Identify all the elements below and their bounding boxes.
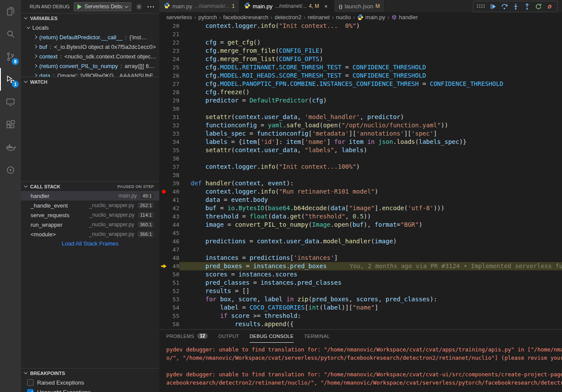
step-out-button[interactable] bbox=[522, 1, 532, 12]
disconnect-button[interactable] bbox=[545, 1, 555, 12]
code-line[interactable]: 30 bbox=[159, 105, 562, 113]
code-line[interactable]: 55 if score >= threshold: bbox=[159, 312, 562, 320]
gutter-glyph[interactable] bbox=[159, 30, 168, 38]
code-line[interactable]: 27 cfg.MODEL.PANOPTIC_FPN.COMBINE.INSTAN… bbox=[159, 80, 562, 88]
watch-section-header[interactable]: WATCH bbox=[21, 77, 159, 86]
code-line-text[interactable]: cfg.MODEL.RETINANET.SCORE_THRESH_TEST = … bbox=[179, 63, 562, 72]
code-line-text[interactable]: threshold = float(data.get("threshold", … bbox=[179, 212, 562, 221]
stack-frame-row[interactable]: _handle_event_nuclio_wrapper.py262:1 bbox=[21, 201, 159, 210]
breadcrumb-item[interactable]: nuclio bbox=[336, 14, 351, 20]
debug-config-dropdown[interactable]: Serverless Debu bbox=[74, 2, 131, 11]
code-line-text[interactable]: label = COCO_CATEGORIES[int(label)]["nam… bbox=[179, 303, 562, 312]
code-line[interactable]: 35 setattr(context.user_data, "labels", … bbox=[159, 146, 562, 154]
code-line[interactable]: 43 threshold = float(data.get("threshold… bbox=[159, 212, 562, 221]
gutter-glyph[interactable] bbox=[159, 179, 168, 187]
docker-icon[interactable] bbox=[0, 136, 21, 159]
gutter-glyph[interactable] bbox=[159, 154, 168, 163]
panel-tab-problems[interactable]: PROBLEMS12 bbox=[166, 330, 208, 343]
code-line[interactable]: 45 bbox=[159, 229, 562, 237]
code-line-text[interactable]: context.logger.info("Init context... 0%"… bbox=[179, 22, 562, 30]
breakpoints-section-header[interactable]: BREAKPOINTS bbox=[21, 368, 159, 378]
search-icon[interactable] bbox=[0, 23, 21, 45]
code-line-text[interactable]: cfg.freeze() bbox=[179, 88, 562, 96]
gutter-glyph[interactable] bbox=[159, 88, 168, 96]
breakpoint-icon[interactable] bbox=[159, 187, 168, 196]
code-line-text[interactable]: context.logger.info("Init context...100%… bbox=[179, 163, 562, 171]
code-line[interactable]: 33 labels_spec = functionconfig['metadat… bbox=[159, 130, 562, 138]
gutter-glyph[interactable] bbox=[159, 279, 168, 287]
stack-frame-row[interactable]: <module>_nuclio_wrapper.py366:1 bbox=[21, 229, 159, 239]
code-line-text[interactable]: results.append({ bbox=[179, 320, 562, 328]
code-line[interactable]: 52 results = [] bbox=[159, 287, 562, 295]
code-line[interactable]: 39def handler(context, event): bbox=[159, 179, 562, 187]
breadcrumb-item[interactable]: facebookresearch bbox=[223, 14, 268, 20]
breadcrumb-item[interactable]: handler bbox=[391, 14, 418, 20]
code-line-text[interactable] bbox=[179, 245, 562, 254]
source-control-icon[interactable]: 8 bbox=[0, 45, 21, 68]
code-line[interactable]: 36 bbox=[159, 154, 562, 163]
step-over-button[interactable] bbox=[499, 1, 510, 12]
code-line-text[interactable] bbox=[179, 229, 562, 237]
gutter-glyph[interactable] bbox=[159, 146, 168, 154]
code-line-text[interactable]: labels = {item['id']: item['name'] for i… bbox=[179, 138, 562, 146]
stack-frame-row[interactable]: handlermain.py49:1 bbox=[21, 191, 159, 201]
gutter-glyph[interactable] bbox=[159, 63, 168, 72]
gutter-glyph[interactable] bbox=[159, 80, 168, 88]
current-line-arrow-icon[interactable] bbox=[159, 262, 168, 270]
code-line-text[interactable]: labels_spec = functionconfig['metadata']… bbox=[179, 130, 562, 138]
gutter-glyph[interactable] bbox=[159, 171, 168, 179]
gutter-glyph[interactable] bbox=[159, 295, 168, 303]
gutter-glyph[interactable] bbox=[159, 105, 168, 113]
more-actions-icon[interactable] bbox=[146, 2, 155, 11]
code-line[interactable]: 54 label = COCO_CATEGORIES[int(label)]["… bbox=[159, 303, 562, 312]
code-line-text[interactable]: cfg.merge_from_file(CONFIG_FILE) bbox=[179, 47, 562, 55]
gutter-glyph[interactable] bbox=[159, 237, 168, 245]
gutter-glyph[interactable] bbox=[159, 229, 168, 237]
code-line[interactable]: 41 data = event.body bbox=[159, 196, 562, 204]
code-line-text[interactable]: predictions = context.user_data.model_ha… bbox=[179, 237, 562, 245]
close-icon[interactable]: × bbox=[322, 3, 329, 10]
code-line[interactable]: 46 predictions = context.user_data.model… bbox=[159, 237, 562, 245]
explorer-icon[interactable] bbox=[0, 0, 21, 23]
code-line-text[interactable]: results = [] bbox=[179, 287, 562, 295]
stack-frame-row[interactable]: serve_requests_nuclio_wrapper.py114:1 bbox=[21, 210, 159, 220]
panel-tab-terminal[interactable]: TERMINAL bbox=[304, 330, 330, 343]
code-line[interactable]: 25 cfg.MODEL.RETINANET.SCORE_THRESH_TEST… bbox=[159, 63, 562, 72]
gutter-glyph[interactable] bbox=[159, 96, 168, 105]
code-line-text[interactable]: setattr(context.user_data, 'model_handle… bbox=[179, 113, 562, 121]
code-line[interactable]: 24 cfg.merge_from_list(CONFIG_OPTS) bbox=[159, 55, 562, 63]
code-line-text[interactable]: image = convert_PIL_to_numpy(Image.open(… bbox=[179, 221, 562, 229]
code-line-text[interactable]: cfg = get_cfg() bbox=[179, 38, 562, 47]
gutter-glyph[interactable] bbox=[159, 22, 168, 30]
code-line[interactable]: 26 cfg.MODEL.ROI_HEADS.SCORE_THRESH_TEST… bbox=[159, 72, 562, 80]
code-line[interactable]: 42 buf = io.BytesIO(base64.b64decode(dat… bbox=[159, 204, 562, 212]
gutter-glyph[interactable] bbox=[159, 113, 168, 121]
code-line-text[interactable]: context.logger.info("Run retinanet-R101 … bbox=[179, 187, 562, 196]
editor-tab[interactable]: {}launch.jsonM bbox=[334, 0, 384, 12]
code-line-text[interactable]: for box, score, label in zip(pred_boxes,… bbox=[179, 295, 562, 303]
code-line[interactable]: 37 context.logger.info("Init context...1… bbox=[159, 163, 562, 171]
gutter-glyph[interactable] bbox=[159, 72, 168, 80]
code-line-text[interactable]: pred_classes = instances.pred_classes bbox=[179, 279, 562, 287]
circle-extension-icon[interactable] bbox=[0, 159, 21, 181]
gutter-glyph[interactable] bbox=[159, 138, 168, 146]
gutter-glyph[interactable] bbox=[159, 163, 168, 171]
extensions-icon[interactable] bbox=[0, 113, 21, 136]
variable-row[interactable]: (return) convert_PIL_to_numpy: array([[[… bbox=[21, 61, 159, 71]
gutter-glyph[interactable] bbox=[159, 270, 168, 279]
code-line[interactable]: 32 functionconfig = yaml.safe_load(open(… bbox=[159, 121, 562, 130]
breakpoint-checkbox[interactable] bbox=[27, 379, 34, 386]
code-line-text[interactable] bbox=[179, 171, 562, 179]
code-line[interactable]: 48 instances = predictions['instances'] bbox=[159, 254, 562, 262]
breadcrumb-item[interactable]: retinanet bbox=[308, 14, 330, 20]
code-line[interactable]: 50 scores = instances.scores bbox=[159, 270, 562, 279]
gutter-glyph[interactable] bbox=[159, 55, 168, 63]
breadcrumb-item[interactable]: main.py bbox=[357, 14, 385, 20]
code-line[interactable]: 47 bbox=[159, 245, 562, 254]
code-line[interactable]: 21 bbox=[159, 30, 562, 38]
code-line-text[interactable]: functionconfig = yaml.safe_load(open("/o… bbox=[179, 121, 562, 130]
stack-frame-row[interactable]: run_wrapper_nuclio_wrapper.py360:1 bbox=[21, 220, 159, 229]
breadcrumb-item[interactable]: pytorch bbox=[199, 14, 217, 20]
editor-tab[interactable]: main.py.../siammask/...1 bbox=[159, 0, 240, 12]
code-line[interactable]: 29 predictor = DefaultPredictor(cfg) bbox=[159, 96, 562, 105]
